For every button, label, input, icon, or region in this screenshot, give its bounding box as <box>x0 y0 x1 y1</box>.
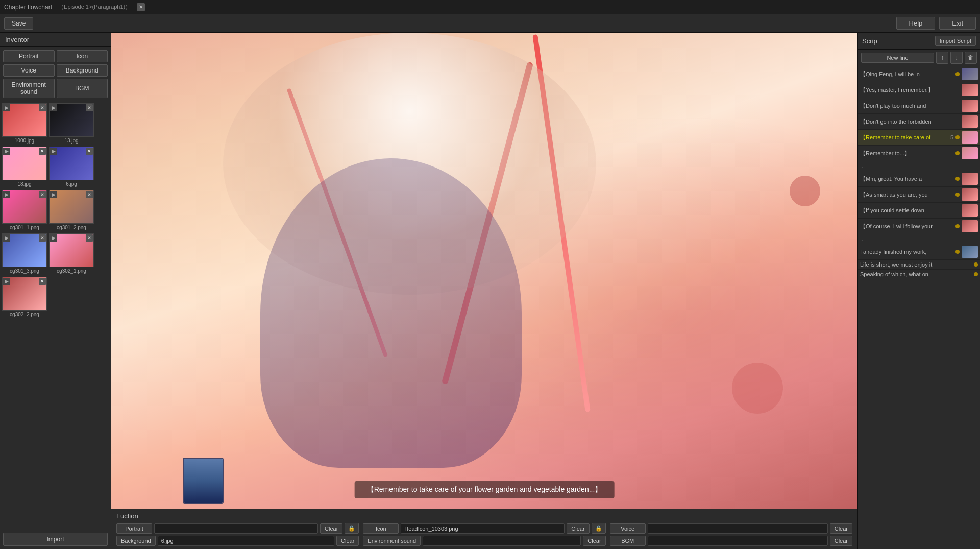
asset-thumbnail: ✕ ▶ <box>49 233 94 267</box>
list-item[interactable]: ✕ ▶ 13.jpg <box>49 103 95 144</box>
environment-sound-button[interactable]: Environment sound <box>3 79 55 98</box>
toolbar: Save Help Exit <box>0 14 980 33</box>
bgm-button[interactable]: BGM <box>57 79 108 98</box>
asset-remove-button[interactable]: ✕ <box>86 148 93 155</box>
list-item[interactable]: 【Remember to take care of 5 <box>858 130 980 146</box>
asset-name: 18.jpg <box>2 181 47 187</box>
list-item[interactable]: Life is short, we must enjoy it <box>858 260 980 270</box>
scrip-item-text: 【Yes, master, I remember.】 <box>860 86 960 94</box>
list-item[interactable]: 【Of course, I will follow your <box>858 219 980 234</box>
scrip-item-text: 【Of course, I will follow your <box>860 223 953 230</box>
list-item[interactable]: 【As smart as you are, you <box>858 187 980 203</box>
canvas-subtitle: 【Remember to take care of your flower ga… <box>355 481 615 498</box>
scrip-thumbnail <box>962 246 978 258</box>
list-item[interactable]: ✕ ▶ cg302_1.png <box>49 233 95 274</box>
asset-thumbnail: ✕ ▶ <box>2 103 47 137</box>
list-item[interactable]: 【Don't play too much and <box>858 98 980 114</box>
portrait-input[interactable] <box>154 523 318 534</box>
list-item[interactable]: ... <box>858 234 980 244</box>
episode-tag: （Episode 1>(Paragraph1)） <box>58 3 131 11</box>
voice-input[interactable] <box>648 523 828 534</box>
inventor-title: Inventor <box>0 33 111 47</box>
portrait-clear-button[interactable]: Clear <box>320 523 342 534</box>
icon-clear-button[interactable]: Clear <box>567 523 589 534</box>
scrip-num: 5 <box>947 134 953 140</box>
list-item[interactable]: ✕ ▶ cg302_2.png <box>2 277 48 317</box>
new-line-button[interactable]: New line <box>861 53 934 63</box>
scrip-header: Scrip Import Script <box>858 33 980 50</box>
icon-label: Icon <box>363 523 399 534</box>
bgm-clear-button[interactable]: Clear <box>830 536 852 546</box>
background-button[interactable]: Background <box>57 64 108 77</box>
import-script-button[interactable]: Import Script <box>935 36 976 46</box>
asset-remove-button[interactable]: ✕ <box>86 104 93 111</box>
list-item[interactable]: 【Qing Feng, I will be in <box>858 66 980 82</box>
asset-type-icon: ▶ <box>50 104 57 111</box>
main-layout: Inventor Portrait Icon Voice Background … <box>0 33 980 549</box>
list-item[interactable]: 【If you could settle down <box>858 203 980 219</box>
voice-button[interactable]: Voice <box>3 64 55 77</box>
list-item[interactable]: ✕ ▶ 1000.jpg <box>2 103 48 144</box>
list-item[interactable]: Speaking of which, what on <box>858 270 980 279</box>
asset-name: 1000.jpg <box>2 138 47 144</box>
background-label: Background <box>116 536 156 546</box>
portrait-lock-button[interactable]: 🔒 <box>345 523 359 534</box>
asset-remove-button[interactable]: ✕ <box>86 234 93 242</box>
import-button[interactable]: Import <box>3 533 108 546</box>
asset-thumbnail: ✕ ▶ <box>2 277 47 311</box>
icon-input[interactable] <box>401 523 565 534</box>
close-button[interactable]: ✕ <box>137 3 145 11</box>
list-item[interactable]: ✕ ▶ 18.jpg <box>2 147 48 187</box>
env-sound-field: Environment sound Clear <box>363 536 605 546</box>
scrip-thumbnail <box>962 84 978 96</box>
exit-button[interactable]: Exit <box>939 17 976 30</box>
move-up-button[interactable]: ↑ <box>936 52 948 64</box>
list-item[interactable]: ✕ ▶ 6.jpg <box>49 147 95 187</box>
move-down-button[interactable]: ↓ <box>950 52 963 64</box>
asset-remove-button[interactable]: ✕ <box>39 191 46 198</box>
list-item[interactable]: 【Don't go into the forbidden <box>858 114 980 130</box>
scrip-item-text: 【Remember to...】 <box>860 150 953 157</box>
list-item[interactable]: 【Yes, master, I remember.】 <box>858 82 980 98</box>
help-button[interactable]: Help <box>896 17 936 30</box>
voice-clear-button[interactable]: Clear <box>830 523 852 534</box>
canvas-area: 【Remember to take care of your flower ga… <box>111 33 857 509</box>
asset-remove-button[interactable]: ✕ <box>39 234 46 242</box>
scrip-item-text: 【As smart as you are, you <box>860 191 953 199</box>
asset-name: cg301_2.png <box>49 225 94 230</box>
list-item[interactable]: ✕ ▶ cg301_3.png <box>2 233 48 274</box>
portrait-image <box>184 459 223 503</box>
icon-button[interactable]: Icon <box>57 50 108 62</box>
scrip-item-text: 【If you could settle down <box>860 207 960 214</box>
list-item[interactable]: 【Mm, great. You have a <box>858 171 980 187</box>
asset-name: cg301_1.png <box>2 225 47 230</box>
delete-line-button[interactable]: 🗑 <box>965 52 977 64</box>
list-item[interactable]: ✕ ▶ cg301_1.png <box>2 190 48 230</box>
icon-lock-button[interactable]: 🔒 <box>592 523 606 534</box>
asset-remove-button[interactable]: ✕ <box>39 278 46 285</box>
background-input[interactable] <box>158 536 334 546</box>
list-item[interactable]: 【Remember to...】 <box>858 146 980 161</box>
scrip-dot <box>955 72 960 76</box>
asset-remove-button[interactable]: ✕ <box>39 104 46 111</box>
bgm-input[interactable] <box>648 536 828 546</box>
scrip-thumbnail <box>962 100 978 112</box>
asset-name: 13.jpg <box>49 138 94 144</box>
scrip-dot <box>955 177 960 181</box>
list-item[interactable]: I already finished my work, <box>858 244 980 260</box>
asset-remove-button[interactable]: ✕ <box>39 148 46 155</box>
asset-type-icon: ▶ <box>3 234 10 242</box>
scrip-thumbnail <box>962 68 978 80</box>
voice-field: Voice Clear <box>610 523 852 534</box>
background-field: Background Clear <box>116 536 359 546</box>
scrip-toolbar: New line ↑ ↓ 🗑 <box>858 50 980 66</box>
asset-remove-button[interactable]: ✕ <box>86 191 93 198</box>
list-item[interactable]: ✕ ▶ cg301_2.png <box>49 190 95 230</box>
list-item[interactable]: ... <box>858 161 980 171</box>
portrait-button[interactable]: Portrait <box>3 50 55 62</box>
env-sound-input[interactable] <box>423 536 581 546</box>
save-button[interactable]: Save <box>4 17 33 30</box>
env-sound-clear-button[interactable]: Clear <box>583 536 605 546</box>
background-clear-button[interactable]: Clear <box>336 536 359 546</box>
scrip-item-text: 【Don't play too much and <box>860 102 960 110</box>
